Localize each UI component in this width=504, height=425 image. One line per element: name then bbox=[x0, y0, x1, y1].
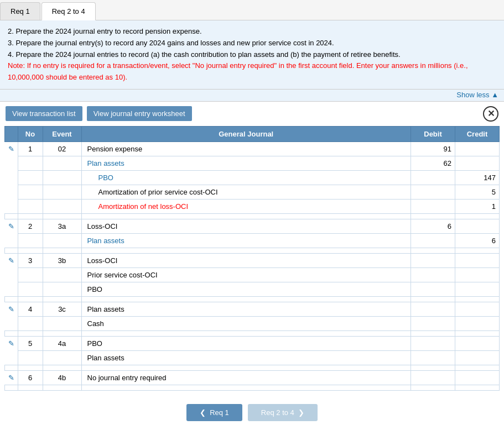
table-row: ✎23aLoss-OCI6 bbox=[5, 219, 500, 233]
separator-row bbox=[5, 296, 500, 302]
table-row: Plan assets bbox=[5, 350, 500, 365]
edit-icon[interactable]: ✎ bbox=[8, 305, 14, 313]
view-transaction-list-button[interactable]: View transaction list bbox=[6, 106, 82, 121]
table-row: Cash bbox=[5, 316, 500, 330]
separator-row bbox=[5, 330, 500, 336]
edit-icon[interactable]: ✎ bbox=[8, 222, 14, 230]
separator-row bbox=[5, 385, 500, 390]
th-event: Event bbox=[43, 126, 81, 141]
view-journal-entry-worksheet-button[interactable]: View journal entry worksheet bbox=[87, 106, 192, 121]
instruction-line3: 4. Prepare the 2024 journal entries to r… bbox=[8, 49, 496, 61]
table-row: Plan assets6 bbox=[5, 233, 500, 248]
table-row: Amortization of prior service cost-OCI5 bbox=[5, 185, 500, 199]
table-row: Amortization of net loss-OCI1 bbox=[5, 199, 500, 213]
table-row: PBO147 bbox=[5, 170, 500, 185]
nav-buttons: ❮ Req 1 Req 2 to 4 ❯ bbox=[0, 396, 504, 425]
th-credit: Credit bbox=[455, 126, 500, 141]
tab-req1[interactable]: Req 1 bbox=[0, 2, 40, 20]
edit-icon[interactable]: ✎ bbox=[8, 256, 14, 265]
journal-table: No Event General Journal Debit Credit ✎1… bbox=[4, 126, 500, 391]
next-button: Req 2 to 4 ❯ bbox=[248, 404, 318, 421]
separator-row bbox=[5, 365, 500, 370]
instructions-panel: 2. Prepare the 2024 journal entry to rec… bbox=[0, 20, 504, 90]
prev-button[interactable]: ❮ Req 1 bbox=[186, 404, 242, 421]
th-general-journal: General Journal bbox=[81, 126, 411, 141]
toolbar: View transaction list View journal entry… bbox=[0, 102, 504, 126]
table-row: Prior service cost-OCI bbox=[5, 267, 500, 282]
th-edit bbox=[5, 126, 18, 141]
close-button[interactable]: ✕ bbox=[483, 106, 498, 122]
separator-row bbox=[5, 213, 500, 219]
table-row: PBO bbox=[5, 282, 500, 296]
show-less-button[interactable]: Show less ▲ bbox=[0, 90, 504, 102]
table-row: ✎64bNo journal entry required bbox=[5, 370, 500, 385]
th-debit: Debit bbox=[411, 126, 455, 141]
table-row: ✎43cPlan assets bbox=[5, 302, 500, 316]
th-no: No bbox=[18, 126, 43, 141]
table-row: ✎102Pension expense91 bbox=[5, 141, 500, 156]
tabs-container: Req 1 Req 2 to 4 bbox=[0, 0, 504, 20]
instruction-line1: 2. Prepare the 2024 journal entry to rec… bbox=[8, 26, 496, 38]
table-row: ✎54aPBO bbox=[5, 336, 500, 350]
table-row: ✎33bLoss-OCI bbox=[5, 253, 500, 267]
instruction-line2: 3. Prepare the journal entry(s) to recor… bbox=[8, 38, 496, 49]
instruction-line4: Note: If no entry is required for a tran… bbox=[8, 60, 496, 83]
table-row: Plan assets62 bbox=[5, 156, 500, 170]
edit-icon[interactable]: ✎ bbox=[8, 145, 14, 153]
edit-icon[interactable]: ✎ bbox=[8, 374, 14, 382]
edit-icon[interactable]: ✎ bbox=[8, 339, 14, 348]
tab-req2to4[interactable]: Req 2 to 4 bbox=[41, 2, 96, 20]
separator-row bbox=[5, 248, 500, 253]
journal-table-container: No Event General Journal Debit Credit ✎1… bbox=[0, 126, 504, 396]
